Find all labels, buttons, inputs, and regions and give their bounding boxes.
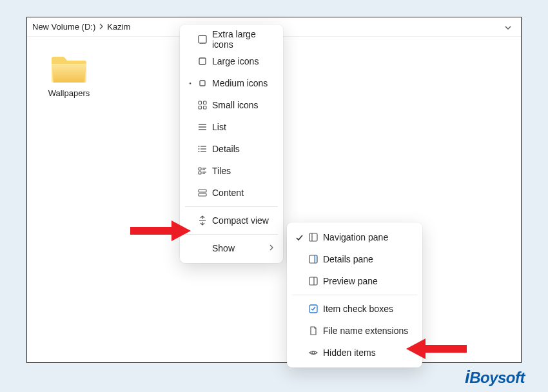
menu-separator [292, 295, 417, 295]
svg-rect-22 [199, 190, 206, 192]
svg-rect-3 [199, 101, 202, 104]
svg-rect-16 [199, 168, 201, 170]
folder-item[interactable]: Wallpapers [40, 54, 98, 98]
medium-icons-icon [195, 78, 210, 88]
menu-item-preview-pane[interactable]: Preview pane [287, 270, 422, 292]
crumb-volume[interactable]: New Volume (D:) [32, 22, 95, 32]
eye-icon [306, 348, 320, 358]
file-extension-icon [306, 326, 320, 336]
menu-item-extra-large-icons[interactable]: Extra large icons [180, 28, 283, 50]
svg-rect-0 [199, 35, 206, 43]
menu-label: Tiles [210, 166, 278, 176]
menu-item-medium-icons[interactable]: ● Medium icons [180, 72, 283, 94]
chevron-right-icon [269, 244, 278, 252]
menu-label: Details [210, 144, 278, 154]
svg-rect-23 [199, 193, 206, 196]
view-menu: Extra large icons Large icons ● Medium i… [180, 24, 283, 263]
details-icon [195, 144, 210, 154]
svg-rect-19 [199, 172, 201, 174]
folder-icon [50, 54, 88, 84]
svg-rect-29 [315, 255, 317, 263]
menu-item-item-check-boxes[interactable]: Item check boxes [287, 298, 422, 320]
menu-separator [185, 206, 278, 207]
small-icons-icon [195, 100, 210, 110]
list-icon [195, 122, 210, 132]
folder-label: Wallpapers [40, 88, 98, 98]
bullet-icon: ● [185, 81, 195, 85]
menu-label: Details pane [320, 254, 417, 264]
menu-item-content[interactable]: Content [180, 182, 283, 204]
content-icon [195, 188, 210, 198]
menu-item-details-pane[interactable]: Details pane [287, 248, 422, 270]
menu-label: Medium icons [210, 78, 278, 88]
chevron-down-icon[interactable] [504, 23, 512, 31]
menu-label: Large icons [210, 56, 278, 66]
menu-label: Navigation pane [320, 232, 417, 242]
menu-separator [185, 234, 278, 235]
menu-label: Small icons [210, 100, 278, 110]
menu-label: Show [210, 243, 269, 253]
svg-rect-5 [199, 106, 202, 110]
menu-label: Item check boxes [320, 304, 417, 314]
menu-item-file-name-extensions[interactable]: File name extensions [287, 320, 422, 342]
brand-logo: iBoysoft [465, 367, 525, 387]
svg-rect-6 [204, 106, 207, 110]
menu-item-list[interactable]: List [180, 116, 283, 138]
svg-rect-4 [204, 101, 207, 104]
svg-rect-1 [199, 58, 206, 64]
svg-rect-2 [200, 81, 205, 86]
menu-label: File name extensions [320, 326, 417, 336]
check-icon [292, 233, 306, 242]
tiles-icon [195, 166, 210, 176]
menu-item-large-icons[interactable]: Large icons [180, 50, 283, 72]
svg-point-33 [312, 351, 315, 354]
preview-pane-icon [306, 276, 320, 286]
menu-label: Hidden items [320, 348, 417, 358]
menu-item-show[interactable]: Show [180, 237, 283, 259]
svg-point-14 [199, 148, 200, 150]
menu-item-navigation-pane[interactable]: Navigation pane [287, 226, 422, 248]
checkbox-icon [306, 304, 320, 314]
menu-label: Preview pane [320, 276, 417, 286]
menu-label: Content [210, 188, 278, 198]
navigation-pane-icon [306, 232, 320, 242]
svg-point-15 [199, 151, 200, 152]
menu-label: List [210, 122, 278, 132]
menu-item-compact-view[interactable]: Compact view [180, 210, 283, 231]
svg-point-13 [199, 146, 200, 147]
menu-label: Compact view [210, 215, 278, 226]
extra-large-icons-icon [195, 34, 210, 44]
menu-item-details[interactable]: Details [180, 138, 283, 160]
menu-item-tiles[interactable]: Tiles [180, 160, 283, 182]
menu-item-small-icons[interactable]: Small icons [180, 94, 283, 116]
details-pane-icon [306, 254, 320, 264]
chevron-right-icon [95, 23, 107, 32]
svg-rect-30 [309, 277, 317, 285]
large-icons-icon [195, 56, 210, 66]
svg-rect-25 [309, 233, 317, 241]
crumb-folder[interactable]: Kazim [107, 22, 130, 32]
compact-view-icon [195, 215, 210, 226]
menu-item-hidden-items[interactable]: Hidden items [287, 342, 422, 364]
menu-label: Extra large icons [210, 29, 278, 50]
show-submenu: Navigation pane Details pane Preview pan… [287, 222, 422, 368]
